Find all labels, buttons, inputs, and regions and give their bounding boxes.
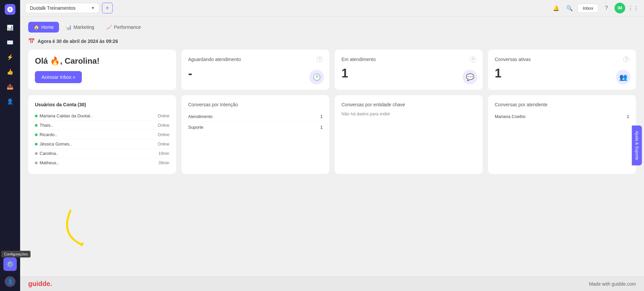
agents-card-title: Conversas por atendente — [495, 102, 547, 107]
sidebar-item-thumb[interactable]: 👍 — [4, 66, 16, 78]
intentions-card-header: Conversas por Intenção — [188, 102, 323, 107]
sidebar: 📊 ✉️ ⚡ 👍 📤 👤 👤 — [0, 0, 20, 291]
home-icon: 🏠 — [34, 24, 39, 30]
in-attendance-help-icon[interactable]: ? — [470, 56, 476, 62]
in-attendance-card-title: Em atendimento — [341, 57, 376, 62]
entities-card-header: Conversas por entidade chave — [341, 102, 476, 107]
user-name: Matheus.. — [40, 160, 59, 165]
dots-menu-button[interactable]: ⋮⋮ — [628, 5, 639, 11]
in-attendance-card-header: Em atendimento ? — [341, 56, 476, 62]
user-name-wrap: Jéssica Gomes.. — [35, 141, 72, 147]
tab-marketing[interactable]: 📊 Marketing — [60, 22, 99, 33]
list-item: Atendimento 1 — [188, 111, 323, 122]
status-indicator — [35, 124, 38, 127]
topbar-right: 🔔 🔍 Inbox ? IM ⋮⋮ — [551, 3, 639, 13]
sidebar-item-lightning[interactable]: ⚡ — [4, 51, 16, 63]
active-conv-help-icon[interactable]: ? — [623, 56, 629, 62]
sidebar-item-inbox[interactable]: ✉️ — [4, 36, 16, 48]
status-indicator — [35, 115, 38, 117]
sidebar-item-send[interactable]: 📤 — [4, 80, 16, 93]
list-item: Mariana Caldas da Duotal.. Online — [35, 111, 169, 121]
user-name: Mariana Caldas da Duotal.. — [40, 113, 93, 118]
hello-card: Olá 🔥, Carolina! Acessar Inbox » — [28, 50, 176, 90]
user-status: Online — [158, 142, 169, 147]
waiting-help-icon[interactable]: ? — [317, 56, 323, 62]
tab-home-label: Home — [41, 24, 54, 30]
entities-card: Conversas por entidade chave Não há dado… — [335, 95, 483, 174]
active-conv-card-title: Conversas ativas — [495, 57, 531, 62]
add-workspace-button[interactable]: + — [102, 3, 113, 13]
user-name-wrap: Mariana Caldas da Duotal.. — [35, 113, 93, 118]
list-item: Jéssica Gomes.. Online — [35, 139, 169, 149]
help-button[interactable]: ? — [601, 3, 612, 13]
logo-icon — [7, 6, 13, 13]
user-name: Jéssica Gomes.. — [40, 141, 72, 147]
content-area: Duotalk Treinamentos ▼ + 🔔 🔍 Inbox ? IM … — [20, 0, 644, 291]
chat-icon: 💬 — [463, 70, 477, 84]
tab-performance-label: Performance — [114, 24, 141, 30]
user-name: Ricardo.. — [40, 132, 57, 137]
user-name: Thaís.. — [40, 123, 53, 128]
notifications-button[interactable]: 🔔 — [551, 3, 561, 13]
user-status: Online — [158, 114, 169, 118]
sidebar-bottom: 👤 — [5, 276, 15, 287]
config-tooltip-text: Configurações — [4, 252, 28, 256]
search-button[interactable]: 🔍 — [564, 3, 575, 13]
waiting-card-value: - — [188, 66, 323, 80]
in-attendance-card-value: 1 — [341, 66, 476, 80]
user-status: 39min — [158, 161, 169, 165]
entities-no-data: Não há dados para exibir — [341, 111, 476, 116]
active-conversations-card: Conversas ativas ? 1 👥 — [488, 50, 636, 90]
help-support-label: Ajuda & Suporte — [634, 131, 639, 160]
user-name-wrap: Carolina.. — [35, 151, 58, 156]
tab-home[interactable]: 🏠 Home — [28, 22, 59, 33]
settings-button[interactable]: ⚙️ — [3, 257, 17, 271]
access-inbox-button[interactable]: Acessar Inbox » — [35, 71, 82, 83]
intention-label: Atendimento — [188, 114, 213, 119]
user-avatar[interactable]: IM — [614, 3, 625, 13]
users-list: Mariana Caldas da Duotal.. Online Thaís.… — [35, 111, 169, 167]
agents-card: Conversas por atendente Mariana Coelho 1 — [488, 95, 636, 174]
waiting-card-header: Aguardando atendimento ? — [188, 56, 323, 62]
intentions-card-title: Conversas por Intenção — [188, 102, 238, 107]
waiting-attendance-card: Aguardando atendimento ? - 🕐 — [181, 50, 329, 90]
list-item: Thaís.. Online — [35, 121, 169, 130]
workspace-selector[interactable]: Duotalk Treinamentos ▼ — [25, 3, 99, 13]
tab-performance[interactable]: 📈 Performance — [101, 22, 146, 33]
workspace-name: Duotalk Treinamentos — [30, 5, 75, 11]
top-cards-grid: Olá 🔥, Carolina! Acessar Inbox » Aguarda… — [28, 50, 636, 90]
topbar: Duotalk Treinamentos ▼ + 🔔 🔍 Inbox ? IM … — [20, 0, 644, 16]
status-indicator — [35, 133, 38, 136]
agent-label: Mariana Coelho — [495, 114, 526, 119]
nav-tabs: 🏠 Home 📊 Marketing 📈 Performance — [28, 22, 636, 33]
clock-icon: 🕐 — [309, 70, 324, 84]
chevron-down-icon: ▼ — [91, 6, 95, 10]
users-card: Usuários da Conta (30) Mariana Caldas da… — [28, 95, 176, 174]
active-conv-card-header: Conversas ativas ? — [495, 56, 629, 62]
agents-card-header: Conversas por atendente — [495, 102, 629, 107]
list-item: Matheus.. 39min — [35, 158, 169, 167]
list-item: Suporte 1 — [188, 122, 323, 132]
footer: guidde. Made with guidde.com — [20, 276, 644, 291]
intention-count: 1 — [320, 125, 323, 130]
sidebar-item-analytics[interactable]: 📊 — [4, 21, 16, 34]
tab-marketing-label: Marketing — [73, 24, 94, 30]
active-conv-card-value: 1 — [495, 66, 629, 80]
inbox-button[interactable]: Inbox — [578, 4, 598, 13]
intentions-card: Conversas por Intenção Atendimento 1 Sup… — [181, 95, 329, 174]
user-status: Online — [158, 123, 169, 128]
calendar-icon: 📅 — [28, 38, 35, 44]
help-support-button[interactable]: Ajuda & Suporte — [632, 125, 642, 165]
trending-icon: 📈 — [106, 24, 112, 30]
list-item: Ricardo.. Online — [35, 130, 169, 139]
guidde-brand: guidde. — [28, 280, 52, 288]
user-name-wrap: Thaís.. — [35, 123, 53, 128]
sidebar-user-avatar[interactable]: 👤 — [5, 276, 15, 287]
user-status: Online — [158, 132, 169, 137]
sidebar-item-contacts[interactable]: 👤 — [4, 95, 16, 107]
footer-made-with: Made with guidde.com — [589, 281, 636, 287]
sidebar-logo[interactable] — [5, 4, 15, 15]
user-name-wrap: Ricardo.. — [35, 132, 57, 137]
list-item: Mariana Coelho 1 — [495, 111, 629, 122]
in-attendance-card: Em atendimento ? 1 💬 — [335, 50, 483, 90]
